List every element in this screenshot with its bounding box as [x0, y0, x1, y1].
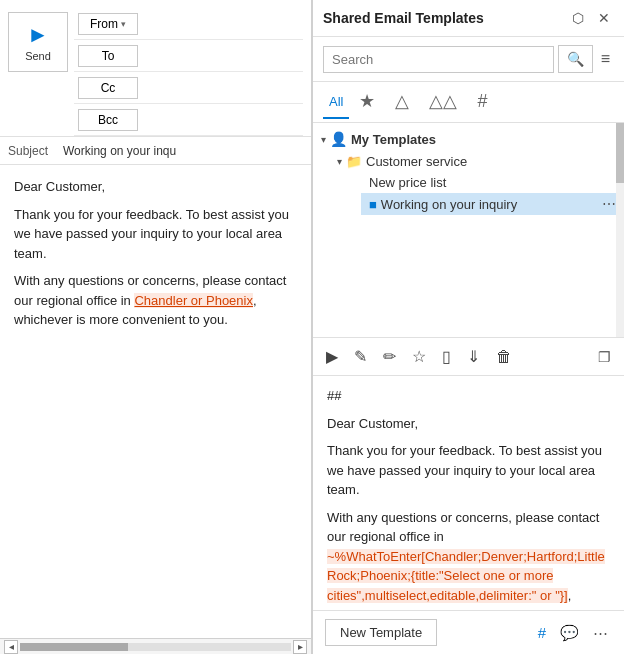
to-input[interactable]	[142, 45, 303, 67]
item-label-new-price-list: New price list	[369, 175, 616, 190]
filter-icon: ≡	[601, 50, 610, 67]
preview-para3: With any questions or concerns, please c…	[327, 508, 610, 611]
cc-input[interactable]	[142, 77, 303, 99]
search-input[interactable]	[323, 46, 554, 73]
item-template-icon: ■	[369, 197, 377, 212]
panel-header: Shared Email Templates ⬡ ✕	[313, 0, 624, 37]
template-toolbar: ▶ ✎ ✏ ☆ ▯ ⇓ 🗑 ❐	[313, 337, 624, 376]
search-icon: 🔍	[567, 51, 584, 67]
from-label: From	[90, 17, 118, 31]
subject-row: Subject Working on your inqu	[0, 137, 311, 165]
toolbar-insert-button[interactable]: ▶	[321, 344, 343, 369]
pin-icon: ⬡	[572, 10, 584, 26]
from-button[interactable]: From ▾	[78, 13, 138, 35]
body-para2: Thank you for your feedback. To best ass…	[14, 205, 297, 264]
toolbar-expand-button[interactable]: ❐	[593, 346, 616, 368]
tab-group[interactable]: △△	[419, 82, 467, 122]
preview-para2: Thank you for your feedback. To best ass…	[327, 441, 610, 500]
panel-footer: New Template # 💬 ⋯	[313, 610, 624, 654]
footer-more-icon: ⋯	[593, 624, 608, 641]
to-label: To	[102, 49, 115, 63]
tab-hash[interactable]: #	[467, 83, 497, 122]
vertical-scrollbar-thumb	[616, 123, 624, 183]
person-icon: 👤	[330, 131, 347, 147]
scroll-right-button[interactable]: ▸	[293, 640, 307, 654]
toolbar-star-button[interactable]: ☆	[407, 344, 431, 369]
email-header: ► Send From ▾ To Cc	[0, 0, 311, 137]
bcc-button[interactable]: Bcc	[78, 109, 138, 131]
from-row: From ▾	[74, 8, 303, 40]
bcc-input[interactable]	[142, 109, 303, 131]
body-para3: With any questions or concerns, please c…	[14, 271, 297, 330]
email-fields: From ▾ To Cc Bcc	[74, 8, 303, 136]
filter-button[interactable]: ≡	[597, 48, 614, 70]
footer-comment-button[interactable]: 💬	[556, 622, 583, 644]
cc-row: Cc	[74, 72, 303, 104]
subject-label: Subject	[8, 144, 63, 158]
preview-hash: ##	[327, 386, 610, 406]
send-icon: ►	[27, 22, 49, 48]
cc-button[interactable]: Cc	[78, 77, 138, 99]
body-greeting: Dear Customer,	[14, 177, 297, 197]
my-templates-label: My Templates	[351, 132, 436, 147]
template-tree: ▾ 👤 My Templates ▾ 📁 Customer service Ne…	[313, 123, 624, 337]
item-label-working-on-inquiry: Working on your inquiry	[381, 197, 598, 212]
toolbar-edit-button[interactable]: ✎	[349, 344, 372, 369]
send-label: Send	[25, 50, 51, 62]
from-dropdown-arrow: ▾	[121, 19, 126, 29]
footer-actions: # 💬 ⋯	[534, 622, 612, 644]
list-item[interactable]: ■ Working on your inquiry ⋯	[361, 193, 624, 215]
customer-service-header[interactable]: ▾ 📁 Customer service	[329, 151, 624, 172]
footer-comment-icon: 💬	[560, 624, 579, 641]
panel-title: Shared Email Templates	[323, 10, 484, 26]
subfolder-collapse-arrow: ▾	[337, 156, 342, 167]
tab-starred[interactable]: ★	[349, 82, 385, 122]
pin-button[interactable]: ⬡	[568, 8, 588, 28]
toolbar-download-button[interactable]: ⇓	[462, 344, 485, 369]
customer-service-label: Customer service	[366, 154, 467, 169]
toolbar-copy-button[interactable]: ▯	[437, 344, 456, 369]
new-template-label: New Template	[340, 625, 422, 640]
bcc-label: Bcc	[98, 113, 118, 127]
item-more-button[interactable]: ⋯	[602, 196, 616, 212]
scroll-track[interactable]	[20, 643, 291, 651]
to-row: To	[74, 40, 303, 72]
horizontal-scrollbar: ◂ ▸	[0, 638, 311, 654]
panel-header-actions: ⬡ ✕	[568, 8, 614, 28]
to-button[interactable]: To	[78, 45, 138, 67]
preview-greeting: Dear Customer,	[327, 414, 610, 434]
footer-hash-button[interactable]: #	[534, 622, 550, 643]
tab-all[interactable]: All	[323, 86, 349, 119]
footer-more-button[interactable]: ⋯	[589, 622, 612, 644]
email-compose-panel: ► Send From ▾ To Cc	[0, 0, 312, 654]
template-preview: ## Dear Customer, Thank you for your fee…	[313, 376, 624, 610]
list-item[interactable]: New price list	[361, 172, 624, 193]
subject-value: Working on your inqu	[63, 144, 303, 158]
from-input[interactable]	[142, 13, 303, 35]
my-templates-section: ▾ 👤 My Templates ▾ 📁 Customer service Ne…	[313, 123, 624, 219]
search-button[interactable]: 🔍	[558, 45, 593, 73]
hash-marker: ##	[327, 388, 341, 403]
tabs-row: All ★ △ △△ #	[313, 82, 624, 123]
vertical-scrollbar-track[interactable]	[616, 123, 624, 337]
cc-label: Cc	[101, 81, 116, 95]
folder-icon: 📁	[346, 154, 362, 169]
new-template-button[interactable]: New Template	[325, 619, 437, 646]
toolbar-delete-button[interactable]: 🗑	[491, 345, 517, 369]
templates-panel: Shared Email Templates ⬡ ✕ 🔍 ≡ All ★ △ △…	[312, 0, 624, 654]
toolbar-rename-button[interactable]: ✏	[378, 344, 401, 369]
customer-service-group: ▾ 📁 Customer service New price list ■ Wo…	[313, 151, 624, 215]
preview-para3-pre: With any questions or concerns, please c…	[327, 510, 599, 545]
body-para3-link: Chandler or Phoenix	[134, 293, 253, 308]
my-templates-header[interactable]: ▾ 👤 My Templates	[313, 127, 624, 151]
collapse-arrow-icon: ▾	[321, 134, 326, 145]
scroll-left-button[interactable]: ◂	[4, 640, 18, 654]
tab-user[interactable]: △	[385, 82, 419, 122]
bcc-row: Bcc	[74, 104, 303, 136]
footer-hash-icon: #	[538, 624, 546, 641]
scroll-thumb	[20, 643, 128, 651]
send-button[interactable]: ► Send	[8, 12, 68, 72]
template-items: New price list ■ Working on your inquiry…	[329, 172, 624, 215]
close-button[interactable]: ✕	[594, 8, 614, 28]
search-area: 🔍 ≡	[313, 37, 624, 82]
